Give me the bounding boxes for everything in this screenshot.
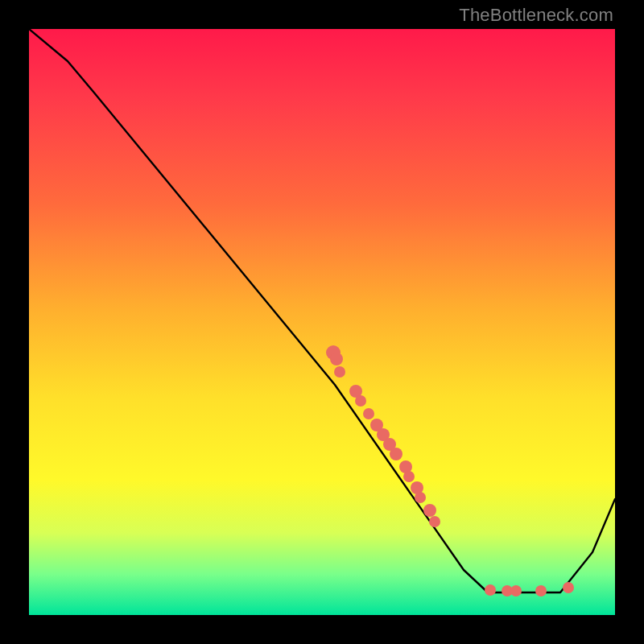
data-marker — [355, 395, 366, 407]
data-marker — [535, 585, 547, 597]
data-marker — [363, 408, 374, 419]
plot-area — [29, 29, 615, 615]
marker-group — [326, 345, 574, 597]
watermark-label: TheBottleneck.com — [459, 5, 613, 26]
chart-overlay — [29, 29, 615, 615]
data-marker — [390, 448, 402, 460]
bottleneck-curve — [29, 29, 615, 592]
data-marker — [485, 584, 496, 596]
data-marker — [510, 585, 522, 597]
data-marker — [403, 471, 415, 482]
data-marker — [330, 353, 343, 365]
data-marker — [423, 504, 436, 517]
data-marker — [334, 366, 345, 378]
data-marker — [415, 492, 426, 503]
chart-frame: TheBottleneck.com — [0, 0, 644, 644]
data-marker — [563, 582, 574, 593]
data-marker — [429, 516, 440, 527]
